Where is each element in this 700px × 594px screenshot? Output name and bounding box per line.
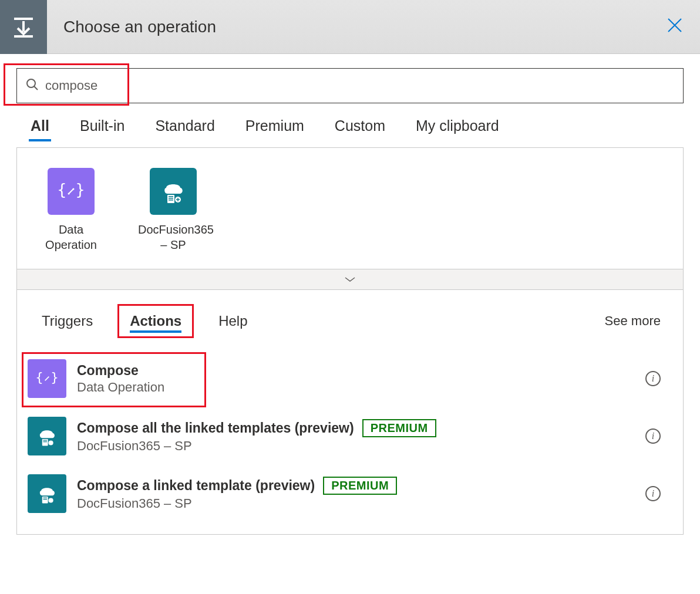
svg-text:{ }: { } xyxy=(58,181,85,198)
search-input[interactable] xyxy=(45,78,675,93)
search-icon xyxy=(25,77,39,94)
search-box[interactable] xyxy=(16,68,684,103)
svg-point-2 xyxy=(27,79,35,87)
search-container xyxy=(0,54,700,110)
subtab-help[interactable]: Help xyxy=(208,306,258,336)
subtab-actions[interactable]: Actions xyxy=(117,304,194,338)
docfusion-icon xyxy=(150,168,197,215)
docfusion-icon xyxy=(28,474,66,513)
svg-rect-7 xyxy=(169,196,173,197)
connector-docfusion365[interactable]: DocFusion365 – SP xyxy=(138,168,208,252)
action-compose-all-linked-templates[interactable]: Compose all the linked templates (previe… xyxy=(17,407,683,465)
connector-label: Data Operation xyxy=(36,222,106,252)
tab-built-in[interactable]: Built-in xyxy=(80,117,124,139)
premium-badge: PREMIUM xyxy=(362,419,436,437)
tab-my-clipboard[interactable]: My clipboard xyxy=(416,117,499,139)
action-title: Compose xyxy=(77,363,139,379)
tab-standard[interactable]: Standard xyxy=(155,117,214,139)
action-subtitle: Data Operation xyxy=(77,380,635,395)
dialog-header: Choose an operation xyxy=(0,0,700,54)
action-title: Compose a linked template (preview) xyxy=(77,478,315,494)
tab-custom[interactable]: Custom xyxy=(335,117,385,139)
tab-premium[interactable]: Premium xyxy=(245,117,304,139)
action-subtitle: DocFusion365 – SP xyxy=(77,496,635,511)
info-icon[interactable]: i xyxy=(645,371,661,386)
close-icon[interactable] xyxy=(666,16,684,36)
chevron-down-icon xyxy=(344,276,356,283)
svg-rect-0 xyxy=(14,18,33,20)
svg-rect-14 xyxy=(43,441,47,442)
svg-point-5 xyxy=(73,188,75,190)
info-icon[interactable]: i xyxy=(645,428,661,444)
tab-all[interactable]: All xyxy=(31,117,49,139)
expand-toggle[interactable] xyxy=(17,269,683,290)
connector-label: DocFusion365 – SP xyxy=(138,222,208,252)
svg-point-19 xyxy=(48,498,53,502)
connector-grid: { } Data Operation xyxy=(17,148,683,269)
data-operation-icon: { } xyxy=(28,359,66,398)
svg-rect-17 xyxy=(43,498,47,498)
svg-point-15 xyxy=(48,440,53,445)
action-list: { } Compose Data Operation i xyxy=(17,350,683,534)
svg-point-4 xyxy=(68,193,70,195)
svg-text:{ }: { } xyxy=(35,370,58,384)
subtab-triggers[interactable]: Triggers xyxy=(31,306,103,336)
docfusion-icon xyxy=(28,417,66,455)
svg-rect-1 xyxy=(14,35,33,38)
action-compose[interactable]: { } Compose Data Operation i xyxy=(17,350,683,407)
results-panel: { } Data Operation xyxy=(16,147,684,535)
see-more-link[interactable]: See more xyxy=(605,313,661,329)
filter-tabs: All Built-in Standard Premium Custom My … xyxy=(0,110,700,147)
svg-rect-8 xyxy=(169,198,173,199)
svg-rect-18 xyxy=(43,499,47,500)
svg-rect-13 xyxy=(43,440,47,441)
dialog-title: Choose an operation xyxy=(63,18,216,36)
svg-rect-9 xyxy=(169,200,173,201)
action-title: Compose all the linked templates (previe… xyxy=(77,420,354,436)
action-subtitle: DocFusion365 – SP xyxy=(77,438,635,454)
premium-badge: PREMIUM xyxy=(323,477,397,495)
subtabs-row: Triggers Actions Help See more xyxy=(17,290,683,350)
action-compose-linked-template[interactable]: Compose a linked template (preview) PREM… xyxy=(17,465,683,522)
data-operation-icon: { } xyxy=(48,168,95,215)
connector-data-operation[interactable]: { } Data Operation xyxy=(36,168,106,252)
operation-header-icon xyxy=(0,0,47,54)
info-icon[interactable]: i xyxy=(645,486,661,501)
